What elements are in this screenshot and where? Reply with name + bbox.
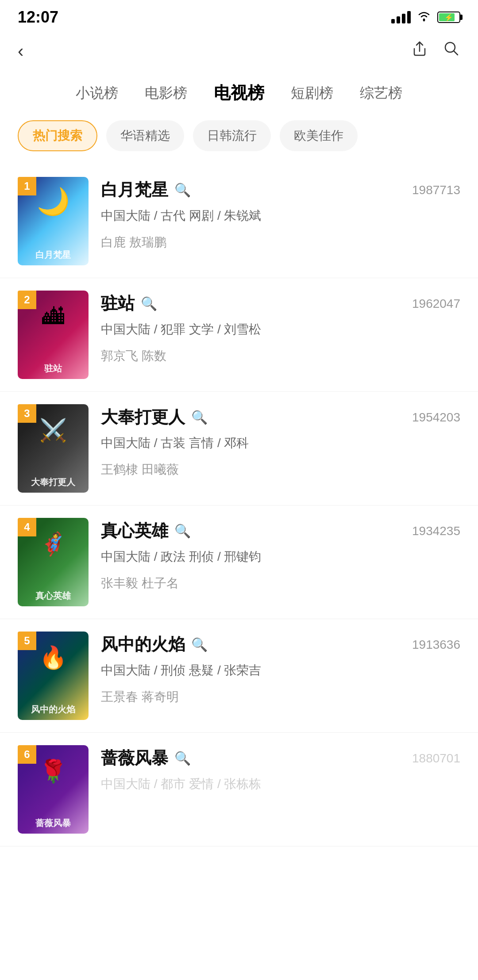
item-thumbnail: 1 🌙 白月梵星 <box>18 177 89 265</box>
item-score: 1934235 <box>412 524 460 538</box>
rank-badge: 5 <box>18 632 36 650</box>
item-title: 真心英雄 🔍 <box>101 520 191 542</box>
search-icon-inline[interactable]: 🔍 <box>191 410 208 425</box>
status-icons: ⚡ <box>391 10 460 25</box>
search-icon-inline[interactable]: 🔍 <box>141 296 157 311</box>
item-meta: 中国大陆 / 犯罪 文学 / 刘雪松 <box>101 320 460 339</box>
item-cast: 王鹤棣 田曦薇 <box>101 461 460 478</box>
wifi-icon <box>417 10 431 25</box>
tab-tv[interactable]: 电视榜 <box>214 79 264 107</box>
item-score: 1880701 <box>412 751 460 766</box>
item-cast: 张丰毅 杜子名 <box>101 575 460 592</box>
item-title-row: 驻站 🔍 1962047 <box>101 292 460 315</box>
share-icon[interactable] <box>411 40 428 61</box>
item-cast: 王景春 蒋奇明 <box>101 689 460 705</box>
item-info: 蔷薇风暴 🔍 1880701 中国大陆 / 都市 爱情 / 张栋栋 <box>101 745 460 802</box>
search-icon[interactable] <box>443 40 460 61</box>
list-item[interactable]: 6 🌹 蔷薇风暴 蔷薇风暴 🔍 1880701 中国大陆 / 都市 爱情 / 张… <box>0 733 478 846</box>
rank-badge: 6 <box>18 745 36 764</box>
item-score: 1987713 <box>412 183 460 197</box>
item-title-row: 风中的火焰 🔍 1913636 <box>101 633 460 656</box>
status-time: 12:07 <box>18 8 58 27</box>
main-tabs: 小说榜 电影榜 电视榜 短剧榜 综艺榜 <box>0 70 478 111</box>
signal-icon <box>391 11 411 23</box>
item-meta: 中国大陆 / 古代 网剧 / 朱锐斌 <box>101 207 460 225</box>
subtab-chinese[interactable]: 华语精选 <box>106 120 184 151</box>
item-score: 1954203 <box>412 410 460 425</box>
search-icon-inline[interactable]: 🔍 <box>174 750 191 766</box>
item-thumbnail: 2 🏙 驻站 <box>18 291 89 379</box>
item-thumbnail: 6 🌹 蔷薇风暴 <box>18 745 89 834</box>
item-info: 真心英雄 🔍 1934235 中国大陆 / 政法 刑侦 / 邢键钧 张丰毅 杜子… <box>101 518 460 592</box>
search-icon-inline[interactable]: 🔍 <box>174 182 191 198</box>
item-meta: 中国大陆 / 古装 言情 / 邓科 <box>101 434 460 452</box>
svg-point-0 <box>423 19 425 21</box>
back-button[interactable]: ‹ <box>18 42 23 60</box>
list-item[interactable]: 2 🏙 驻站 驻站 🔍 1962047 中国大陆 / 犯罪 文学 / 刘雪松 郭… <box>0 278 478 392</box>
rank-badge: 1 <box>18 177 36 195</box>
search-icon-inline[interactable]: 🔍 <box>191 637 208 652</box>
status-bar: 12:07 ⚡ <box>0 0 478 31</box>
item-title: 大奉打更人 🔍 <box>101 406 208 429</box>
tab-variety[interactable]: 综艺榜 <box>360 81 402 106</box>
item-info: 大奉打更人 🔍 1954203 中国大陆 / 古装 言情 / 邓科 王鹤棣 田曦… <box>101 404 460 478</box>
tab-shortdrama[interactable]: 短剧榜 <box>291 81 333 106</box>
item-title: 风中的火焰 🔍 <box>101 633 208 656</box>
item-thumbnail: 5 🔥 风中的火焰 <box>18 632 89 720</box>
item-title-row: 大奉打更人 🔍 1954203 <box>101 406 460 429</box>
list-item[interactable]: 5 🔥 风中的火焰 风中的火焰 🔍 1913636 中国大陆 / 刑侦 悬疑 /… <box>0 619 478 733</box>
item-title: 白月梵星 🔍 <box>101 179 191 201</box>
item-info: 驻站 🔍 1962047 中国大陆 / 犯罪 文学 / 刘雪松 郭京飞 陈数 <box>101 291 460 364</box>
item-thumbnail: 4 🦸 真心英雄 <box>18 518 89 606</box>
nav-bar: ‹ <box>0 31 478 70</box>
ranking-list: 1 🌙 白月梵星 白月梵星 🔍 1987713 中国大陆 / 古代 网剧 / 朱… <box>0 160 478 851</box>
sub-tabs: 热门搜索 华语精选 日韩流行 欧美佳作 <box>0 111 478 160</box>
item-title-row: 真心英雄 🔍 1934235 <box>101 520 460 542</box>
item-cast: 郭京飞 陈数 <box>101 348 460 364</box>
item-title: 驻站 🔍 <box>101 292 157 315</box>
item-thumbnail: 3 ⚔️ 大奉打更人 <box>18 404 89 493</box>
item-meta: 中国大陆 / 都市 爱情 / 张栋栋 <box>101 775 460 793</box>
search-icon-inline[interactable]: 🔍 <box>174 523 191 539</box>
item-info: 白月梵星 🔍 1987713 中国大陆 / 古代 网剧 / 朱锐斌 白鹿 敖瑞鹏 <box>101 177 460 251</box>
item-info: 风中的火焰 🔍 1913636 中国大陆 / 刑侦 悬疑 / 张荣吉 王景春 蒋… <box>101 632 460 705</box>
nav-right-actions <box>411 40 460 61</box>
item-score: 1962047 <box>412 297 460 311</box>
item-cast: 白鹿 敖瑞鹏 <box>101 234 460 251</box>
subtab-western[interactable]: 欧美佳作 <box>280 120 358 151</box>
item-title-row: 白月梵星 🔍 1987713 <box>101 179 460 201</box>
item-title: 蔷薇风暴 🔍 <box>101 747 191 769</box>
list-item[interactable]: 4 🦸 真心英雄 真心英雄 🔍 1934235 中国大陆 / 政法 刑侦 / 邢… <box>0 505 478 619</box>
list-item[interactable]: 3 ⚔️ 大奉打更人 大奉打更人 🔍 1954203 中国大陆 / 古装 言情 … <box>0 392 478 505</box>
item-meta: 中国大陆 / 刑侦 悬疑 / 张荣吉 <box>101 661 460 680</box>
item-score: 1913636 <box>412 638 460 652</box>
tab-movie[interactable]: 电影榜 <box>145 81 187 106</box>
item-title-row: 蔷薇风暴 🔍 1880701 <box>101 747 460 769</box>
subtab-korean[interactable]: 日韩流行 <box>193 120 271 151</box>
item-meta: 中国大陆 / 政法 刑侦 / 邢键钧 <box>101 547 460 566</box>
rank-badge: 3 <box>18 404 36 423</box>
subtab-hot[interactable]: 热门搜索 <box>18 120 97 151</box>
battery-icon: ⚡ <box>437 11 460 23</box>
list-item[interactable]: 1 🌙 白月梵星 白月梵星 🔍 1987713 中国大陆 / 古代 网剧 / 朱… <box>0 165 478 278</box>
tab-novel[interactable]: 小说榜 <box>76 81 118 106</box>
rank-badge: 4 <box>18 518 36 536</box>
rank-badge: 2 <box>18 291 36 309</box>
